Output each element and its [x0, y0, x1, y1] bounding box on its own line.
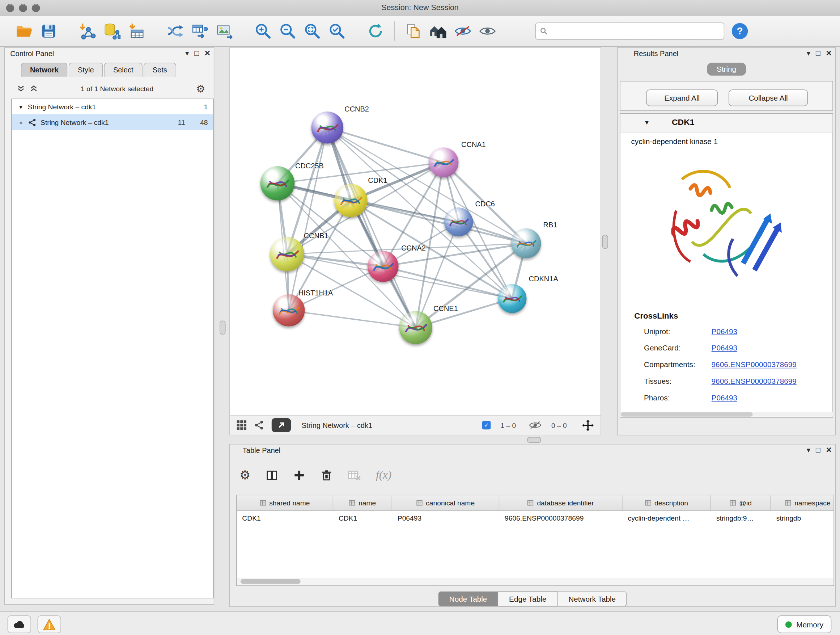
control-panel-tabs: Network Style Select Sets [21, 63, 177, 77]
network-row-selected[interactable]: ● String Network – cdk1 11 48 [12, 114, 213, 130]
network-node-CDK1[interactable] [334, 184, 368, 217]
table-options-gear-icon[interactable]: ⚙ [240, 469, 251, 481]
network-arrows-icon [167, 22, 184, 40]
column-sort-icon [527, 500, 534, 506]
network-node-CDKN1A[interactable] [498, 284, 527, 313]
cell-database-identifier: 9606.ENSP00000378699 [499, 514, 622, 522]
zoom-in-button[interactable] [251, 19, 275, 43]
new-network-button[interactable] [163, 19, 187, 43]
zoom-fit-button[interactable] [300, 19, 325, 43]
network-node-CDC6[interactable] [444, 207, 473, 236]
network-node-CCNB1[interactable] [270, 237, 304, 272]
network-node-CCNA2[interactable] [368, 251, 399, 282]
add-column-plus-icon[interactable] [293, 469, 305, 481]
memory-button[interactable]: Memory [777, 616, 831, 633]
selected-nodes-checkbox-icon[interactable]: ✓ [482, 421, 491, 429]
export-image-button[interactable] [212, 19, 237, 43]
network-edge[interactable] [327, 127, 416, 327]
gene-header-row[interactable]: ▼ CDK1 [621, 114, 832, 133]
crosslink-link[interactable]: 9606.ENSP00000378699 [712, 377, 797, 386]
collapse-all-button[interactable]: Collapse All [729, 89, 808, 106]
tree-expand-icon[interactable]: ▼ [18, 104, 24, 110]
gene-collapse-icon[interactable]: ▼ [644, 119, 650, 126]
cloud-status-button[interactable] [8, 616, 31, 633]
vertical-splitter-handle[interactable] [602, 235, 608, 249]
tab-sets[interactable]: Sets [144, 63, 176, 77]
home-button[interactable] [426, 19, 450, 43]
expand-all-button[interactable]: Expand All [646, 89, 718, 106]
crosslinks-title: CrossLinks [634, 311, 678, 320]
panel-menu-icon[interactable]: ▾ [807, 446, 810, 454]
results-scrollbar[interactable] [621, 412, 833, 417]
network-from-table-button[interactable] [187, 19, 212, 43]
show-columns-icon[interactable] [265, 469, 278, 481]
tab-style[interactable]: Style [69, 63, 103, 77]
import-network-file-button[interactable] [75, 19, 99, 43]
panel-float-icon[interactable]: □ [816, 446, 821, 454]
crosslink-link[interactable]: 9606.ENSP00000378699 [712, 360, 797, 369]
apply-layout-button[interactable] [363, 19, 388, 43]
zoom-out-button[interactable] [275, 19, 300, 43]
column-header[interactable]: description [622, 495, 711, 510]
crosslink-link[interactable]: P06493 [712, 327, 737, 336]
crosslink-link[interactable]: P06493 [712, 344, 737, 352]
tab-edge-table[interactable]: Edge Table [498, 591, 557, 606]
network-node-CDC25B[interactable] [261, 166, 295, 201]
panel-close-icon[interactable]: ✕ [826, 446, 832, 454]
open-in-new-window-button[interactable] [272, 418, 291, 432]
tab-select[interactable]: Select [104, 63, 142, 77]
pan-move-icon[interactable] [582, 419, 594, 431]
network-node-CCNE1[interactable] [399, 311, 432, 344]
network-share-toolbar-icon[interactable] [254, 420, 264, 430]
tab-string[interactable]: String [707, 63, 745, 76]
expand-all-icon[interactable] [29, 84, 38, 93]
network-node-CCNA1[interactable] [429, 147, 459, 177]
panel-menu-icon[interactable]: ▾ [807, 49, 810, 57]
network-node-RB1[interactable] [511, 228, 541, 258]
tab-node-table[interactable]: Node Table [438, 591, 499, 606]
network-node-CCNB2[interactable] [311, 111, 343, 144]
help-button[interactable]: ? [732, 23, 748, 39]
copy-document-icon [406, 23, 422, 39]
clone-network-button[interactable] [401, 19, 426, 43]
tab-network-table[interactable]: Network Table [558, 591, 627, 606]
column-header[interactable]: database identifier [499, 495, 622, 510]
hide-selected-button[interactable] [450, 19, 475, 43]
collapse-all-icon[interactable] [17, 84, 25, 93]
import-table-button[interactable] [125, 19, 149, 43]
column-header[interactable]: shared name [237, 495, 333, 510]
warnings-button[interactable] [38, 616, 61, 633]
network-edge[interactable] [327, 127, 444, 162]
open-session-button[interactable] [12, 19, 36, 43]
column-header[interactable]: namespace [771, 495, 834, 510]
birdseye-grid-icon[interactable] [236, 420, 247, 431]
horizontal-splitter-handle[interactable] [527, 437, 541, 443]
table-horizontal-scrollbar[interactable] [237, 578, 833, 585]
search-input[interactable] [551, 27, 719, 35]
zoom-selected-button[interactable] [325, 19, 349, 43]
gene-details-box: ▼ CDK1 cyclin-dependent kinase 1 [620, 113, 833, 417]
network-canvas[interactable]: CCNB2CCNA1CDC25BCDK1CDC6RB1CCNB1CCNA2CDK… [230, 48, 600, 416]
network-options-gear-icon[interactable]: ⚙ [196, 83, 205, 93]
show-all-button[interactable] [475, 19, 500, 43]
table-row[interactable]: CDK1 CDK1 P06493 9606.ENSP00000378699 cy… [237, 511, 834, 525]
protein-ribbon-thumb [368, 251, 399, 282]
column-header[interactable]: @id [711, 495, 771, 510]
delete-column-trash-icon[interactable] [320, 469, 332, 481]
vertical-splitter-handle[interactable] [219, 321, 225, 335]
network-node-HIST1H1A[interactable] [273, 295, 305, 326]
tab-network[interactable]: Network [21, 63, 68, 77]
crosslink-link[interactable]: P06493 [712, 394, 737, 402]
panel-close-icon[interactable]: ✕ [204, 49, 210, 57]
network-edge[interactable] [289, 127, 327, 310]
panel-float-icon[interactable]: □ [816, 49, 821, 57]
panel-menu-icon[interactable]: ▾ [185, 49, 189, 57]
network-collection-row[interactable]: ▼ String Network – cdk1 1 [12, 99, 213, 114]
column-header[interactable]: name [333, 495, 392, 510]
network-edge[interactable] [289, 310, 416, 327]
import-network-database-button[interactable] [99, 19, 124, 43]
column-header[interactable]: canonical name [392, 495, 499, 510]
save-session-button[interactable] [36, 19, 61, 43]
panel-close-icon[interactable]: ✕ [826, 49, 832, 57]
panel-float-icon[interactable]: □ [194, 49, 199, 57]
